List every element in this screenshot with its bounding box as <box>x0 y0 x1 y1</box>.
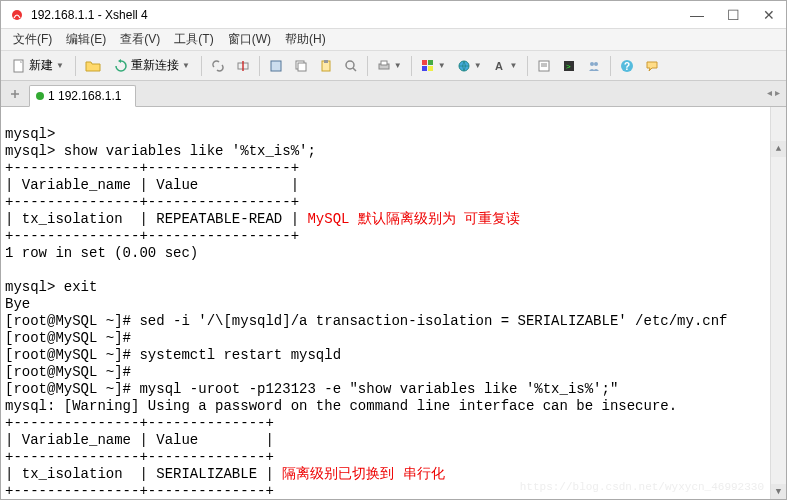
maximize-button[interactable]: ☐ <box>724 6 742 24</box>
chat-button[interactable] <box>640 54 664 78</box>
color-button[interactable]: ▼ <box>416 54 451 78</box>
term-line: +---------------+--------------+ <box>5 415 274 431</box>
paste-button[interactable] <box>314 54 338 78</box>
annotation: MySQL 默认隔离级别为 可重复读 <box>307 211 520 227</box>
svg-point-25 <box>594 62 598 66</box>
chevron-down-icon: ▼ <box>510 61 518 70</box>
status-dot-icon <box>36 92 44 100</box>
reconnect-icon <box>114 59 128 73</box>
term-line: +---------------+-----------------+ <box>5 228 299 244</box>
menu-view[interactable]: 查看(V) <box>114 29 166 50</box>
chevron-down-icon: ▼ <box>182 61 190 70</box>
menu-tools[interactable]: 工具(T) <box>168 29 219 50</box>
title-bar: 192.168.1.1 - Xshell 4 — ☐ ✕ <box>1 1 786 29</box>
print-icon <box>377 59 391 73</box>
script-button[interactable] <box>532 54 556 78</box>
toolbar-separator <box>259 56 260 76</box>
svg-rect-12 <box>381 61 387 65</box>
svg-text:>: > <box>566 62 571 71</box>
font-button[interactable]: A▼ <box>488 54 523 78</box>
term-line: | tx_isolation | REPEATABLE-READ | <box>5 211 307 227</box>
term-line: [root@MySQL ~]# <box>5 364 131 380</box>
print-button[interactable]: ▼ <box>372 54 407 78</box>
svg-rect-4 <box>271 61 281 71</box>
copy-button[interactable] <box>289 54 313 78</box>
term-line: | Variable_name | Value | <box>5 432 274 448</box>
toolbar-separator <box>367 56 368 76</box>
term-line: | tx_isolation | SERIALIZABLE | <box>5 466 282 482</box>
term-line: mysql> show variables like '%tx_is%'; <box>5 143 316 159</box>
term-line: +---------------+--------------+ <box>5 449 274 465</box>
new-label: 新建 <box>29 57 53 74</box>
disconnect-button[interactable] <box>231 54 255 78</box>
search-icon <box>344 59 358 73</box>
window-controls: — ☐ ✕ <box>688 6 778 24</box>
app-icon <box>9 7 25 23</box>
scrollbar[interactable]: ▲ ▼ <box>770 107 786 500</box>
menu-window[interactable]: 窗口(W) <box>222 29 277 50</box>
font-icon: A <box>493 59 507 73</box>
script-icon <box>537 59 551 73</box>
tab-bar: 1 192.168.1.1 ◂ ▸ <box>1 81 786 107</box>
menu-file[interactable]: 文件(F) <box>7 29 58 50</box>
term-line: [root@MySQL ~]# <box>5 330 131 346</box>
terminal-icon: > <box>562 59 576 73</box>
svg-rect-15 <box>422 66 427 71</box>
term-line: mysql> exit <box>5 279 97 295</box>
svg-point-9 <box>346 61 354 69</box>
find-button[interactable] <box>339 54 363 78</box>
toolbar-separator <box>610 56 611 76</box>
toolbar-separator <box>527 56 528 76</box>
reconnect-label: 重新连接 <box>131 57 179 74</box>
link-button[interactable] <box>206 54 230 78</box>
svg-rect-16 <box>428 66 433 71</box>
scroll-down-icon[interactable]: ▼ <box>771 484 786 500</box>
svg-rect-14 <box>428 60 433 65</box>
folder-icon <box>85 59 101 73</box>
term-line: +---------------+-----------------+ <box>5 194 299 210</box>
link-icon <box>211 59 225 73</box>
scroll-up-icon[interactable]: ▲ <box>771 141 786 157</box>
new-file-icon <box>12 59 26 73</box>
session-tab[interactable]: 1 192.168.1.1 <box>29 85 136 107</box>
users-button[interactable] <box>582 54 606 78</box>
term-line: | Variable_name | Value | <box>5 177 299 193</box>
paste-icon <box>319 59 333 73</box>
term-line: [root@MySQL ~]# systemctl restart mysqld <box>5 347 341 363</box>
disconnect-icon <box>236 59 250 73</box>
chat-icon <box>645 59 659 73</box>
term-line: +---------------+-----------------+ <box>5 160 299 176</box>
terminal-button[interactable]: > <box>557 54 581 78</box>
help-icon: ? <box>620 59 634 73</box>
svg-text:?: ? <box>624 61 630 72</box>
open-button[interactable] <box>80 54 106 78</box>
toolbar: 新建▼ 重新连接▼ ▼ ▼ ▼ A▼ > ? <box>1 51 786 81</box>
help-button[interactable]: ? <box>615 54 639 78</box>
term-line: 1 row in set (0.00 sec) <box>5 245 198 261</box>
reconnect-button[interactable]: 重新连接▼ <box>107 54 197 78</box>
globe-icon <box>457 59 471 73</box>
minimize-button[interactable]: — <box>688 6 706 24</box>
svg-text:A: A <box>495 60 503 72</box>
chevron-down-icon: ▼ <box>56 61 64 70</box>
close-button[interactable]: ✕ <box>760 6 778 24</box>
svg-line-10 <box>353 68 356 71</box>
term-line: +---------------+--------------+ <box>5 483 274 499</box>
users-icon <box>587 59 601 73</box>
add-tab-button[interactable] <box>5 84 25 104</box>
term-line: Bye <box>5 296 30 312</box>
svg-rect-8 <box>324 60 328 63</box>
annotation: 隔离级别已切换到 串行化 <box>282 466 444 482</box>
menu-help[interactable]: 帮助(H) <box>279 29 332 50</box>
menu-edit[interactable]: 编辑(E) <box>60 29 112 50</box>
terminal-output[interactable]: mysql> mysql> show variables like '%tx_i… <box>1 107 786 500</box>
properties-button[interactable] <box>264 54 288 78</box>
term-line: mysql: [Warning] Using a password on the… <box>5 398 677 414</box>
plus-icon <box>9 88 21 100</box>
toolbar-separator <box>75 56 76 76</box>
palette-icon <box>421 59 435 73</box>
web-button[interactable]: ▼ <box>452 54 487 78</box>
window-title: 192.168.1.1 - Xshell 4 <box>31 8 688 22</box>
new-button[interactable]: 新建▼ <box>5 54 71 78</box>
tab-overflow-button[interactable]: ◂ ▸ <box>767 87 780 98</box>
